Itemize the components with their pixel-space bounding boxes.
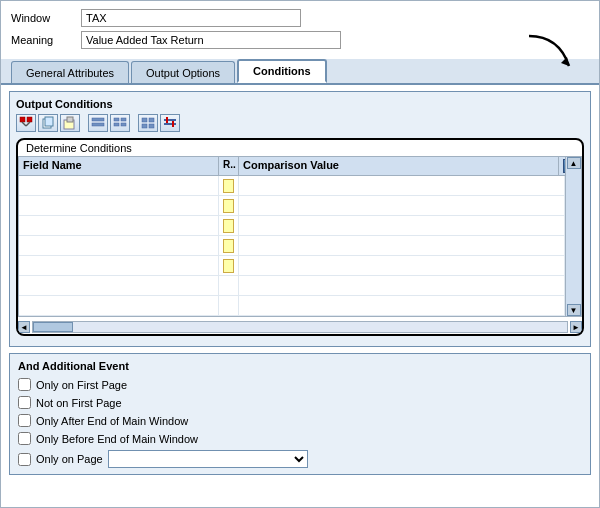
paste-icon	[63, 116, 77, 130]
toolbar-btn4[interactable]	[88, 114, 108, 132]
col-header-r: R..	[219, 157, 239, 175]
grid-header: Field Name R.. Comparison Value	[19, 157, 581, 176]
cell-comp[interactable]	[239, 196, 565, 215]
cell-comp[interactable]	[239, 256, 565, 275]
label-not-first-page[interactable]: Not on First Page	[36, 397, 122, 409]
tab-conditions[interactable]: Conditions	[237, 59, 326, 83]
grid-body[interactable]	[19, 176, 581, 316]
toolbar-btn6[interactable]	[138, 114, 158, 132]
yellow-indicator	[223, 199, 234, 213]
meaning-input[interactable]	[81, 31, 341, 49]
copy-icon	[41, 116, 55, 130]
cell-field[interactable]	[19, 176, 219, 195]
window-input[interactable]	[81, 9, 301, 27]
cell-r[interactable]	[219, 296, 239, 315]
output-conditions-section: Output Conditions	[9, 91, 591, 347]
scroll-down-btn[interactable]: ▼	[567, 304, 581, 316]
svg-rect-15	[142, 118, 147, 122]
cell-comp[interactable]	[239, 236, 565, 255]
cell-r[interactable]	[219, 176, 239, 195]
window-label: Window	[11, 12, 81, 24]
svg-rect-17	[142, 124, 147, 128]
settings-icon	[163, 116, 177, 130]
svg-rect-19	[164, 119, 176, 121]
h-scroll-track[interactable]	[32, 321, 568, 333]
rows2-icon	[113, 116, 127, 130]
cell-comp[interactable]	[239, 296, 565, 315]
table-row[interactable]	[19, 216, 565, 236]
checkbox-only-on-page[interactable]	[18, 453, 31, 466]
cell-r[interactable]	[219, 256, 239, 275]
svg-rect-12	[121, 118, 126, 121]
vertical-scrollbar[interactable]: ▲ ▼	[565, 157, 581, 316]
yellow-indicator	[223, 259, 234, 273]
checkbox-row-first-page: Only on First Page	[18, 378, 582, 391]
additional-event-title: And Additional Event	[18, 360, 582, 372]
checkbox-before-main[interactable]	[18, 432, 31, 445]
label-only-on-page[interactable]: Only on Page	[36, 453, 103, 465]
checkbox-after-main[interactable]	[18, 414, 31, 427]
cut-icon	[19, 116, 33, 130]
table-row[interactable]	[19, 276, 565, 296]
svg-rect-2	[27, 117, 32, 122]
toolbar-paste-btn[interactable]	[60, 114, 80, 132]
cell-comp[interactable]	[239, 276, 565, 295]
determine-conditions-box: Determine Conditions Field Name R.. Comp…	[16, 138, 584, 336]
scroll-right-btn[interactable]: ►	[570, 321, 582, 333]
table-row[interactable]	[19, 256, 565, 276]
svg-rect-21	[166, 117, 168, 123]
svg-rect-6	[45, 117, 53, 126]
table-row[interactable]	[19, 196, 565, 216]
yellow-indicator	[223, 239, 234, 253]
col-header-comp: Comparison Value	[239, 157, 559, 175]
toolbar-cut-btn[interactable]	[16, 114, 36, 132]
tab-output-options[interactable]: Output Options	[131, 61, 235, 83]
cell-field[interactable]	[19, 256, 219, 275]
label-after-main[interactable]: Only After End of Main Window	[36, 415, 188, 427]
table-row[interactable]	[19, 176, 565, 196]
toolbar-copy-btn[interactable]	[38, 114, 58, 132]
cell-r[interactable]	[219, 196, 239, 215]
checkbox-not-first-page[interactable]	[18, 396, 31, 409]
cell-r[interactable]	[219, 216, 239, 235]
svg-line-3	[22, 122, 26, 126]
svg-rect-10	[92, 123, 104, 126]
grid-icon	[141, 116, 155, 130]
label-first-page[interactable]: Only on First Page	[36, 379, 127, 391]
checkbox-first-page[interactable]	[18, 378, 31, 391]
toolbar-sep1	[82, 114, 86, 132]
checkbox-row-before-main: Only Before End of Main Window	[18, 432, 582, 445]
table-row[interactable]	[19, 236, 565, 256]
checkbox-row-after-main: Only After End of Main Window	[18, 414, 582, 427]
cell-r[interactable]	[219, 236, 239, 255]
cell-field[interactable]	[19, 296, 219, 315]
toolbar-btn7[interactable]	[160, 114, 180, 132]
checkbox-row-not-first-page: Not on First Page	[18, 396, 582, 409]
cell-field[interactable]	[19, 196, 219, 215]
cell-r[interactable]	[219, 276, 239, 295]
svg-marker-0	[561, 57, 569, 66]
page-dropdown[interactable]	[108, 450, 308, 468]
top-section: Window Meaning	[1, 1, 599, 59]
scroll-left-btn[interactable]: ◄	[18, 321, 30, 333]
tab-general-attributes[interactable]: General Attributes	[11, 61, 129, 83]
cell-field[interactable]	[19, 276, 219, 295]
table-row[interactable]	[19, 296, 565, 316]
toolbar-sep2	[132, 114, 136, 132]
cell-field[interactable]	[19, 216, 219, 235]
svg-rect-14	[121, 123, 126, 126]
svg-rect-11	[114, 118, 119, 121]
toolbar	[16, 114, 584, 132]
horizontal-scrollbar-area: ◄ ►	[18, 320, 582, 334]
cell-comp[interactable]	[239, 176, 565, 195]
cell-field[interactable]	[19, 236, 219, 255]
scroll-up-btn[interactable]: ▲	[567, 157, 581, 169]
svg-rect-20	[164, 123, 176, 125]
label-before-main[interactable]: Only Before End of Main Window	[36, 433, 198, 445]
toolbar-btn5[interactable]	[110, 114, 130, 132]
window-row: Window	[11, 9, 589, 27]
cell-comp[interactable]	[239, 216, 565, 235]
determine-conditions-title: Determine Conditions	[18, 140, 582, 156]
svg-rect-9	[92, 118, 104, 121]
svg-rect-22	[172, 121, 174, 127]
